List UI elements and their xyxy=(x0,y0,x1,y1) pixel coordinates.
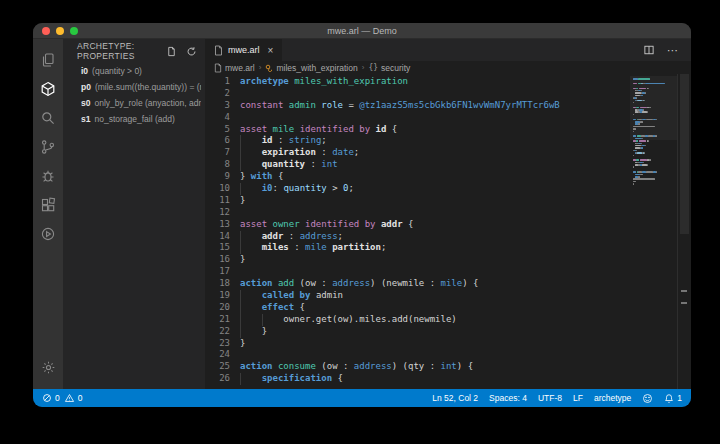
line-text: asset owner identified by addr { xyxy=(240,219,413,231)
breadcrumb-separator: › xyxy=(259,63,262,72)
code-line[interactable]: 14 addr : address; xyxy=(205,231,630,243)
run-icon[interactable] xyxy=(33,219,63,248)
settings-gear-icon[interactable] xyxy=(33,353,63,389)
line-number: 17 xyxy=(205,266,240,278)
line-text: quantity : int xyxy=(240,159,338,171)
property-label: s1 xyxy=(81,113,90,125)
breadcrumb: mwe.arl›miles_with_expiration›{}security xyxy=(205,61,691,74)
code-line[interactable]: 23} xyxy=(205,338,630,350)
feedback-smiley-icon[interactable] xyxy=(642,393,653,404)
problems-errors[interactable]: 0 xyxy=(42,393,60,403)
property-item[interactable]: p0(mile.sum((the.quantity)) = (mil… xyxy=(63,79,205,95)
line-text: addr : address; xyxy=(240,231,343,243)
minimap-line xyxy=(633,143,677,145)
line-number: 12 xyxy=(205,207,240,219)
indentation[interactable]: Spaces: 4 xyxy=(489,393,527,403)
code-line[interactable]: 15 miles : mile partition; xyxy=(205,242,630,254)
line-number: 3 xyxy=(205,100,240,112)
breadcrumb-label: mwe.arl xyxy=(225,63,255,73)
code-line[interactable]: 26 specification { xyxy=(205,373,630,385)
code-line[interactable]: 18action add (ow : address) (newmile : m… xyxy=(205,278,630,290)
more-actions-icon[interactable]: ⋯ xyxy=(667,44,679,57)
code-line[interactable]: 6 id : string; xyxy=(205,135,630,147)
code-line[interactable]: 2 xyxy=(205,88,630,100)
breadcrumb-item[interactable]: {}security xyxy=(368,63,410,73)
source-control-icon[interactable] xyxy=(33,132,63,161)
vertical-scrollbar[interactable] xyxy=(677,74,691,389)
generate-icon[interactable] xyxy=(166,46,177,57)
property-label: s0 xyxy=(81,97,90,109)
breadcrumb-item[interactable]: miles_with_expiration xyxy=(265,63,357,73)
property-item[interactable]: i0(quantity > 0) xyxy=(63,63,205,79)
error-icon xyxy=(42,393,52,403)
scrollbar-thumb[interactable] xyxy=(680,74,689,234)
encoding[interactable]: UTF-8 xyxy=(538,393,562,403)
line-number: 26 xyxy=(205,373,240,385)
code-line[interactable]: 11} xyxy=(205,195,630,207)
tab-mwe-arl[interactable]: mwe.arl × xyxy=(205,39,282,61)
code-editor[interactable]: 1archetype miles_with_expiration23consta… xyxy=(205,74,630,389)
code-line[interactable]: 12 xyxy=(205,207,630,219)
minimap-line xyxy=(633,178,677,180)
debug-icon[interactable] xyxy=(33,161,63,190)
minimap-line xyxy=(633,181,677,183)
archetype-extension-icon[interactable] xyxy=(33,74,63,103)
code-line[interactable]: 17 xyxy=(205,266,630,278)
code-line[interactable]: 5asset mile identified by id { xyxy=(205,124,630,136)
notifications-bell[interactable]: 1 xyxy=(664,393,682,404)
line-text: constant admin role = @tz1aazS5ms5cbGkb6… xyxy=(240,100,560,112)
property-desc: no_storage_fail (add) xyxy=(94,113,174,125)
code-line[interactable]: 22 } xyxy=(205,326,630,338)
minimap-line xyxy=(633,171,677,173)
eol[interactable]: LF xyxy=(573,393,583,403)
code-line[interactable]: 19 called by admin xyxy=(205,290,630,302)
line-number: 19 xyxy=(205,290,240,302)
code-line[interactable]: 9} with { xyxy=(205,171,630,183)
language-mode[interactable]: archetype xyxy=(594,393,631,403)
problems-warnings[interactable]: 0 xyxy=(64,393,83,403)
code-line[interactable]: 10 i0: quantity > 0; xyxy=(205,183,630,195)
code-line[interactable]: 24 xyxy=(205,349,630,361)
code-line[interactable]: 25action consume (ow : address) (qty : i… xyxy=(205,361,630,373)
search-icon[interactable] xyxy=(33,103,63,132)
property-item[interactable]: s0only_by_role (anyaction, admin) xyxy=(63,95,205,111)
line-number: 1 xyxy=(205,76,240,88)
code-line[interactable]: 7 expiration : date; xyxy=(205,147,630,159)
close-window-button[interactable] xyxy=(42,27,50,35)
line-number: 10 xyxy=(205,183,240,195)
code-line[interactable]: 13asset owner identified by addr { xyxy=(205,219,630,231)
status-bar: 0 0 Ln 52, Col 2Spaces: 4UTF-8LFarchetyp… xyxy=(33,389,691,407)
minimap-line xyxy=(633,166,677,168)
overview-ruler-mark xyxy=(681,290,687,292)
property-item[interactable]: s1no_storage_fail (add) xyxy=(63,111,205,127)
code-line[interactable]: 1archetype miles_with_expiration xyxy=(205,76,630,88)
sidebar-title: ARCHETYPE: PROPERTIES xyxy=(77,41,166,61)
tab-close-icon[interactable]: × xyxy=(268,45,274,56)
split-editor-icon[interactable] xyxy=(643,44,655,56)
code-line[interactable]: 3constant admin role = @tz1aazS5ms5cbGkb… xyxy=(205,100,630,112)
code-line[interactable]: 4 xyxy=(205,112,630,124)
minimap-line xyxy=(633,183,677,185)
line-text: action add (ow : address) (newmile : mil… xyxy=(240,278,478,290)
line-number: 23 xyxy=(205,338,240,350)
refresh-icon[interactable] xyxy=(186,46,197,57)
line-number: 15 xyxy=(205,242,240,254)
line-number: 5 xyxy=(205,124,240,136)
minimap[interactable] xyxy=(630,74,677,389)
code-line[interactable]: 20 effect { xyxy=(205,302,630,314)
line-number: 25 xyxy=(205,361,240,373)
extensions-icon[interactable] xyxy=(33,190,63,219)
line-number: 8 xyxy=(205,159,240,171)
file-icon xyxy=(214,45,223,56)
code-line[interactable]: 21 owner.get(ow).miles.add(newmile) xyxy=(205,314,630,326)
minimize-window-button[interactable] xyxy=(56,27,64,35)
property-desc: (mile.sum((the.quantity)) = (mil… xyxy=(95,81,201,93)
breadcrumb-item[interactable]: mwe.arl xyxy=(214,63,255,73)
explorer-icon[interactable] xyxy=(33,45,63,74)
cursor-position[interactable]: Ln 52, Col 2 xyxy=(432,393,478,403)
code-line[interactable]: 16} xyxy=(205,254,630,266)
line-text: archetype miles_with_expiration xyxy=(240,76,408,88)
line-number: 6 xyxy=(205,135,240,147)
code-line[interactable]: 8 quantity : int xyxy=(205,159,630,171)
maximize-window-button[interactable] xyxy=(70,27,78,35)
